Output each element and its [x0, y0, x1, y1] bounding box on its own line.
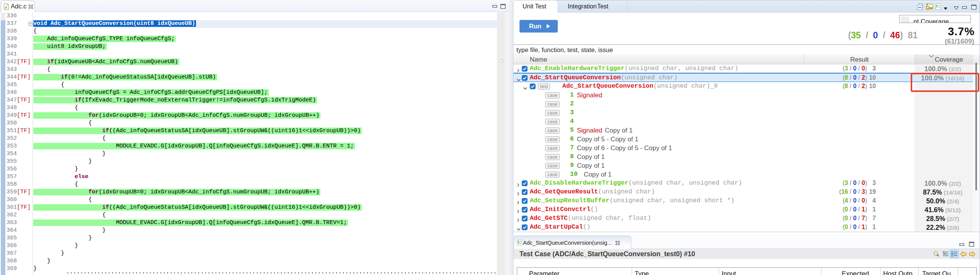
svg-text:.c: .c — [5, 5, 8, 9]
